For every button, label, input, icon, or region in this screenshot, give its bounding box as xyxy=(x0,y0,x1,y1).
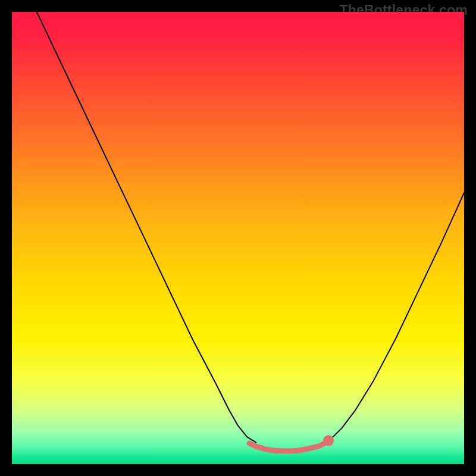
chart-background xyxy=(12,12,464,464)
marker-dot xyxy=(323,435,334,446)
chart-stage: TheBottleneck.com xyxy=(0,0,476,476)
bottleneck-chart xyxy=(12,12,464,464)
